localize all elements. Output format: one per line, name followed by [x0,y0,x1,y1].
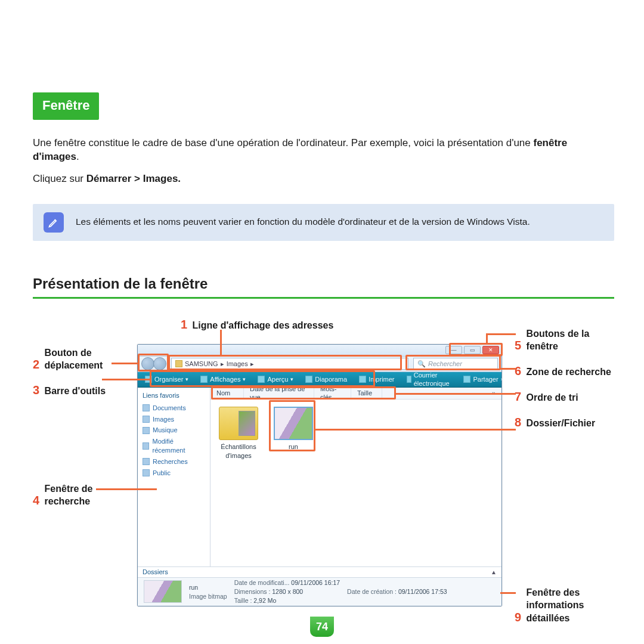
breadcrumb-seg-1: SAMSUNG [185,360,218,369]
connector-line [112,363,139,364]
sidebar-item-label: Musique [153,426,178,435]
chevron-down-icon: ▾ [290,376,293,383]
connector-line [486,333,516,335]
note-text: Les éléments et les noms peuvent varier … [76,216,530,228]
intro-block: Une fenêtre constitue le cadre de base d… [33,137,614,186]
annotated-diagram: 1 Ligne d'affichage des adresses 2 Bouto… [33,317,614,627]
sidebar-header: Liens favoris [143,391,205,400]
sidebar-item[interactable]: Public [143,467,205,479]
callout-number-3: 3 [33,383,39,397]
callout-number-4: 4 [33,494,39,507]
mail-icon [407,376,411,383]
details-size-label: Taille : [234,597,252,604]
details-created-col: Date de création : 09/11/2006 17:53 [347,587,447,596]
callout-text-7: Ordre de tri [527,392,578,402]
column-header-mots[interactable]: Mots-clés [314,388,351,399]
minimize-button[interactable]: — [445,346,462,354]
intro-text: Une fenêtre constitue le cadre de base d… [33,137,534,148]
file-grid: Échantillons d'images run [210,400,501,566]
connector-line [220,330,222,355]
toolbar-label: Courrier électronique [414,371,452,389]
sidebar-item[interactable]: Modifié récemment [143,436,205,456]
toolbar-diaporama[interactable]: Diaporama [301,374,352,385]
explorer-body: Liens favoris Documents Images Musique M… [138,388,501,566]
callout-number-5: 5 [515,339,521,352]
sidebar-item-label: Documents [153,404,186,413]
sidebar-item-label: Recherches [153,457,188,466]
callout-text-3: Barre d'outils [45,386,106,396]
callout-number-2: 2 [33,358,39,371]
toolbar-partager[interactable]: Partager» [459,374,508,385]
callout-text-9: Fenêtre des informations détaillées [527,586,610,625]
details-filetype: Image bitmap [189,592,227,600]
connector-line [315,429,516,431]
sidebar-item[interactable]: Musique [143,425,205,436]
search-input[interactable]: 🔍 Rechercher [413,358,498,370]
connector-line [102,379,151,380]
callout-text-5: Boutons de la fenêtre [527,327,598,353]
details-dim-value: 1280 x 800 [272,588,303,595]
details-size-value: 2,92 Mo [253,597,276,604]
toolbar: Organiser▾ Affichages▾ Aperçu▾ Diaporama… [138,372,501,388]
intro-text-post: . [76,151,79,162]
callout-number-7: 7 [515,390,521,403]
details-dim-label: Dimensions : [234,588,271,595]
details-mod-label: Date de modificati... [234,579,290,586]
breadcrumb-seg-2: Images [227,360,248,369]
doc-icon [143,404,150,411]
slideshow-icon [305,376,312,383]
toolbar-label: Aperçu [267,375,288,384]
share-icon [463,376,470,383]
callout-number-6: 6 [515,364,521,377]
toolbar-label: Imprimer [369,375,394,384]
details-mod-value: 09/11/2006 16:17 [291,579,340,586]
details-created-value: 09/11/2006 17:53 [398,588,447,595]
toolbar-affichages[interactable]: Affichages▾ [196,374,250,385]
view-icon [200,376,208,383]
note-box: Les éléments et les noms peuvent varier … [33,204,614,241]
back-button[interactable] [141,357,154,370]
pencil-icon [44,212,64,233]
folders-toggle-bar[interactable]: Dossiers ▲ [138,566,501,577]
connector-line [500,368,516,370]
preview-icon [258,376,265,383]
intro-bold-2: Démarrer > Images. [86,173,181,184]
callout-number-8: 8 [515,416,521,429]
sidebar-item[interactable]: Documents [143,402,205,414]
intro-text-2: Cliquez sur [33,173,86,184]
connector-line [500,592,516,594]
toolbar-label: Affichages [210,375,240,384]
favorites-sidebar: Liens favoris Documents Images Musique M… [138,388,210,566]
image-icon [143,416,150,423]
breadcrumb-sep-icon: ▸ [250,360,254,369]
content-area: Nom Date de la prise de vue Mots-clés Ta… [210,388,501,566]
public-icon [143,469,150,476]
column-header-date[interactable]: Date de la prise de vue [244,388,314,399]
connector-line [395,393,516,395]
intro-sentence-2: Cliquez sur Démarrer > Images. [33,172,614,186]
column-header-nom[interactable]: Nom [210,388,244,399]
details-pane: run Image bitmap Date de modificati... 0… [138,577,501,606]
intro-sentence-1: Une fenêtre constitue le cadre de base d… [33,137,614,164]
breadcrumb-sep-icon: ▸ [221,360,224,369]
details-filename: run [189,583,227,592]
folder-item[interactable]: Échantillons d'images [218,407,259,460]
toolbar-apercu[interactable]: Aperçu▾ [253,374,298,385]
toolbar-imprimer[interactable]: Imprimer [354,374,399,385]
sidebar-item[interactable]: Images [143,414,205,425]
forward-button[interactable] [153,357,166,370]
details-thumbnail [144,580,182,603]
section-tag: Fenêtre [33,92,99,120]
toolbar-courrier[interactable]: Courrier électronique [402,370,457,390]
maximize-button[interactable]: ▭ [464,346,481,354]
callout-number-9: 9 [515,611,521,624]
details-name-col: run Image bitmap [189,583,227,600]
address-bar[interactable]: SAMSUNG ▸ Images ▸ [171,358,408,370]
close-button[interactable]: ✕ [482,346,499,354]
page-number-badge: 74 [310,617,334,637]
callout-text-6: Zone de recherche [527,367,611,377]
sidebar-item[interactable]: Recherches [143,456,205,467]
column-header-taille[interactable]: Taille [351,388,382,399]
callout-text-8: Dossier/Fichier [527,418,596,428]
file-item[interactable]: run [273,407,314,451]
